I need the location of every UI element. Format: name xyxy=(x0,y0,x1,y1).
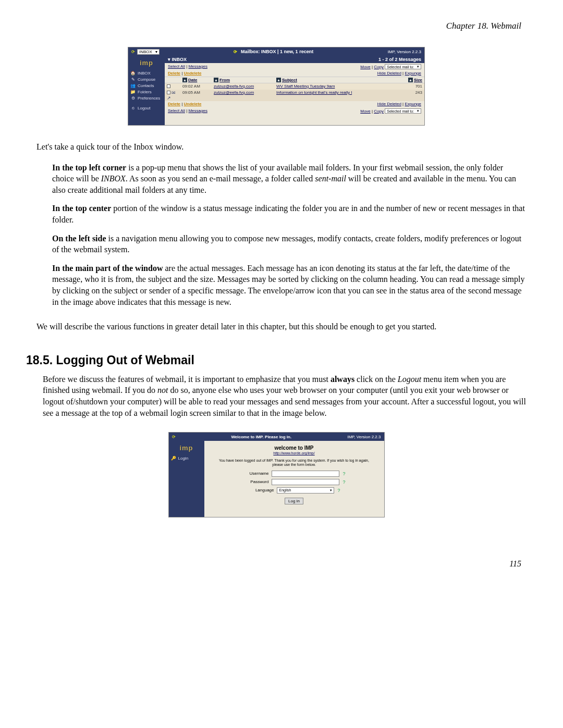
password-label: Password xyxy=(242,479,268,484)
col-size-header[interactable]: ▲Size xyxy=(403,77,424,83)
imp-topbar: ⟳ INBOX ▾ ⟳ Mailbox: INBOX | 1 new, 1 re… xyxy=(128,47,424,56)
logout-icon: ⎋ xyxy=(130,106,136,110)
home-icon: 🏠 xyxy=(130,71,136,76)
section-paragraph: Before we discuss the features of webmai… xyxy=(43,374,527,418)
paragraph-main-part: In the main part of the window are the a… xyxy=(52,263,527,307)
language-label: Language xyxy=(248,488,274,492)
select-all-link[interactable]: Select All xyxy=(168,108,185,113)
row-checkbox[interactable] xyxy=(167,84,170,88)
copy-link[interactable]: Copy xyxy=(374,109,384,114)
table-header: ▲Date ▲From ▲Subject ▲Size xyxy=(165,77,424,83)
horde-link[interactable]: http://www.horde.org/imp/ xyxy=(273,451,314,455)
contacts-icon: 👥 xyxy=(130,83,136,88)
username-label: Username xyxy=(242,471,268,476)
sidebar-item-contacts[interactable]: 👥Contacts xyxy=(130,83,163,88)
language-select[interactable]: English ▾ xyxy=(277,487,334,493)
help-icon[interactable]: ? xyxy=(342,471,345,476)
transition-paragraph: We will describe the various functions i… xyxy=(36,321,527,332)
sidebar-item-label: Contacts xyxy=(138,83,154,88)
sidebar-item-logout[interactable]: ⎋Logout xyxy=(130,106,163,110)
undelete-link[interactable]: Undelete xyxy=(184,71,202,76)
paragraph-top-center: In the top center portion of the window … xyxy=(52,203,527,225)
help-icon[interactable]: ? xyxy=(337,488,340,493)
actions-row-bot1: Delete | Undelete Hide Deleted | Expunge xyxy=(165,101,424,107)
hide-deleted-link[interactable]: Hide Deleted xyxy=(377,71,401,76)
folder-select[interactable]: INBOX ▾ xyxy=(137,49,160,55)
sort-arrow-icon: ▲ xyxy=(214,78,218,82)
paragraph-top-left: In the top left corner is a pop-up menu … xyxy=(52,162,527,196)
imp-logo: imp xyxy=(171,444,202,452)
status-text: Mailbox: INBOX | 1 new, 1 recent xyxy=(241,49,313,54)
expunge-link[interactable]: Expunge xyxy=(405,102,421,106)
actions-row-mid: Delete | Undelete Hide Deleted | Expunge xyxy=(165,70,424,77)
sidebar-item-folders[interactable]: 📁Folders xyxy=(130,90,163,94)
sort-arrow-icon: ▲ xyxy=(408,78,413,82)
messages-link[interactable]: Messages xyxy=(188,108,207,113)
login-sidebar: imp 🔑Login xyxy=(169,441,204,517)
undelete-link[interactable]: Undelete xyxy=(184,102,202,106)
expunge-link[interactable]: Expunge xyxy=(405,71,421,76)
table-row: 09:02 AM zulzuz@eefa-fvq.com WV Staff Me… xyxy=(165,83,424,90)
gear-icon: ⚙ xyxy=(130,96,136,101)
row-from-link[interactable]: zulzuz@eefa-fvq.com xyxy=(214,84,254,89)
move-target-select[interactable]: Selected mail to:▾ xyxy=(385,108,421,114)
password-field[interactable] xyxy=(272,479,339,485)
sidebar-item-preferences[interactable]: ⚙Preferences xyxy=(130,96,163,101)
refresh-icon[interactable]: ⟳ xyxy=(131,50,135,54)
col-from-header[interactable]: ▲From xyxy=(212,77,274,83)
imp-window: ⟳ INBOX ▾ ⟳ Mailbox: INBOX | 1 new, 1 re… xyxy=(128,47,425,126)
username-field[interactable] xyxy=(272,471,339,477)
chevron-down-icon: ▾ xyxy=(330,488,332,492)
row-subject-link[interactable]: WV Staff Meeting Tuesday 9am xyxy=(276,84,335,89)
copy-link[interactable]: Copy xyxy=(374,65,384,69)
inbox-title: INBOX xyxy=(172,57,187,62)
row-from-link[interactable]: zulzuz@eefa-fvq.com xyxy=(214,90,254,95)
sidebar-item-inbox[interactable]: 🏠INBOX xyxy=(130,71,163,76)
move-target-select[interactable]: Selected mail to:▾ xyxy=(385,64,421,69)
chevron-down-icon: ▾ xyxy=(417,65,419,69)
sidebar-item-label: Folders xyxy=(138,90,152,94)
version-label: IMP, Version 2.2.3 xyxy=(388,50,421,54)
row-subject-link[interactable]: Information on tonight that's really rea… xyxy=(276,90,352,95)
sidebar-item-login[interactable]: 🔑Login xyxy=(171,456,202,461)
chapter-header: Chapter 18. Webmail xyxy=(26,21,527,31)
page-number: 115 xyxy=(26,559,527,569)
col-subject-header[interactable]: ▲Subject xyxy=(274,77,403,83)
login-button[interactable]: Log in xyxy=(285,498,303,504)
sidebar-item-label: INBOX xyxy=(138,71,151,76)
inbox-header-bar: ▾ INBOX 1 - 2 of 2 Messages xyxy=(165,56,424,63)
col-date-header[interactable]: ▲Date xyxy=(180,77,212,83)
folder-selected-label: INBOX xyxy=(139,50,152,54)
compose-icon: ✎ xyxy=(130,77,136,82)
language-value: English xyxy=(279,488,291,492)
row-date: 09:05 AM xyxy=(180,90,212,101)
chevron-down-icon: ▾ xyxy=(155,50,157,54)
message-pane: ▾ INBOX 1 - 2 of 2 Messages Select All |… xyxy=(165,56,424,125)
sort-arrow-icon: ▲ xyxy=(182,78,187,82)
login-screenshot: ⟳ Welcome to IMP. Please log in. IMP, Ve… xyxy=(26,429,527,517)
row-date: 09:02 AM xyxy=(180,83,212,90)
row-checkbox[interactable] xyxy=(167,91,170,94)
login-main: welcome to IMP http://www.horde.org/imp/… xyxy=(204,441,384,517)
sidebar-item-compose[interactable]: ✎Compose xyxy=(130,77,163,82)
folders-icon: 📁 xyxy=(130,90,136,94)
intro-paragraph: Let's take a quick tour of the Inbox win… xyxy=(36,141,527,153)
inbox-screenshot: ⟳ INBOX ▾ ⟳ Mailbox: INBOX | 1 new, 1 re… xyxy=(26,47,527,126)
row-size: 243 xyxy=(403,90,424,101)
delete-link[interactable]: Delete xyxy=(168,102,180,106)
select-all-link[interactable]: Select All xyxy=(168,64,185,69)
move-link[interactable]: Move xyxy=(360,109,371,114)
imp-logo: imp xyxy=(130,59,163,67)
sidebar-item-label: Compose xyxy=(138,77,155,82)
messages-link[interactable]: Messages xyxy=(188,64,207,69)
sidebar-item-label: Login xyxy=(178,456,189,461)
hide-deleted-link[interactable]: Hide Deleted xyxy=(377,102,401,106)
move-link[interactable]: Move xyxy=(360,65,371,69)
sidebar-item-label: Preferences xyxy=(138,96,160,101)
delete-link[interactable]: Delete xyxy=(168,71,180,76)
table-row: ✉↗ 09:05 AM zulzuz@eefa-fvq.com Informat… xyxy=(165,90,424,101)
col-icon-header xyxy=(165,77,180,83)
chevron-down-icon: ▾ xyxy=(417,109,419,113)
sidebar: imp 🏠INBOX ✎Compose 👥Contacts 📁Folders ⚙… xyxy=(128,56,165,125)
help-icon[interactable]: ? xyxy=(342,479,345,485)
